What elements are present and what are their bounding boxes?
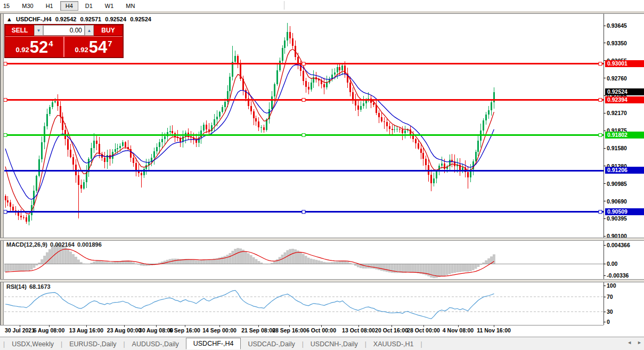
sell-button[interactable]: SELL <box>5 25 34 36</box>
tab-usdx-weekly[interactable]: USDX,Weekly <box>5 339 61 349</box>
macd-hist-bar <box>35 264 38 265</box>
timeframe-button-H1[interactable]: H1 <box>40 1 59 11</box>
macd-hist-bar <box>469 264 472 271</box>
timeframe-button-MN[interactable]: MN <box>120 1 140 11</box>
candle-bear <box>339 67 340 70</box>
lot-decrease-button[interactable]: ▼ <box>34 25 43 36</box>
macd-hist-bar <box>43 256 46 264</box>
macd-hist-bar <box>388 264 391 272</box>
candle-bull <box>274 84 275 96</box>
macd-hist-bar <box>273 262 276 264</box>
candle-bull <box>433 178 435 183</box>
macd-hist-bar <box>354 264 357 266</box>
hline-handle[interactable] <box>4 99 7 102</box>
hline-handle[interactable] <box>302 99 305 102</box>
x-axis-label: 21 Sep 08:00 <box>241 327 275 333</box>
hline-handle[interactable] <box>599 99 602 102</box>
hline-handle[interactable] <box>302 210 305 214</box>
macd-hist-bar <box>12 264 14 271</box>
candle-bull <box>279 61 281 70</box>
pane-splitter-macd[interactable] <box>0 238 644 241</box>
tab-usdcad-daily[interactable]: USDCAD-,Daily <box>241 339 301 349</box>
sell-price-display[interactable]: 0.92524 <box>5 37 63 57</box>
candle-bull <box>115 149 116 152</box>
buy-price-display[interactable]: 0.92547 <box>64 37 123 57</box>
macd-hist-bar <box>200 260 202 264</box>
macd-hist-bar <box>464 264 467 272</box>
tab-audusd-daily[interactable]: AUDUSD-,Daily <box>125 339 186 349</box>
y-axis-label-0.90985: 0.90985 <box>607 181 627 187</box>
candle-bear <box>125 142 126 147</box>
sell-price-small: 0.92 <box>15 46 29 54</box>
buy-button[interactable]: BUY <box>94 25 123 36</box>
macd-hist-bar <box>485 261 487 264</box>
lot-size-input[interactable] <box>43 25 85 36</box>
tab-eurusd-daily[interactable]: EURUSD-,Daily <box>62 339 123 349</box>
hline-handle[interactable] <box>4 62 7 66</box>
macd-hist-bar <box>372 264 375 269</box>
pane-splitter-rsi[interactable] <box>0 279 644 282</box>
macd-hist-bar <box>247 253 250 264</box>
candle-bear <box>430 175 432 183</box>
lot-increase-button[interactable]: ▲ <box>85 25 94 36</box>
timeframe-button-15[interactable]: 15 <box>0 1 15 11</box>
candle-bull <box>214 119 215 125</box>
macd-hist-bar <box>40 259 43 264</box>
candle-bull <box>117 148 118 149</box>
candle-bull <box>396 129 398 129</box>
y-axis-label-0.93350: 0.93350 <box>607 40 627 46</box>
rsi-axis-label-70: 70 <box>607 294 613 300</box>
hline-handle[interactable] <box>302 62 305 66</box>
tab-usdcnh-daily[interactable]: USDCNH-,Daily <box>304 339 365 349</box>
macd-hist-bar <box>310 259 313 264</box>
macd-hist-bar <box>221 257 224 264</box>
candle-bear <box>373 103 374 105</box>
tab-scroll-right-icon[interactable]: ► <box>637 340 642 345</box>
tab-usdchf-h4[interactable]: USDCHF-,H4 <box>186 338 241 349</box>
macd-hist-bar <box>383 264 386 271</box>
macd-pane[interactable] <box>4 244 604 278</box>
hline-handle[interactable] <box>599 62 602 66</box>
candle-bull <box>49 107 51 114</box>
candle-bull <box>161 139 163 142</box>
panel-collapse-arrow-icon[interactable]: ▲ <box>6 16 12 22</box>
macd-hist-bar <box>195 261 198 264</box>
tab-scroll-left-icon[interactable]: ◄ <box>627 340 632 345</box>
macd-hist-bar <box>291 249 294 264</box>
timeframe-button-D1[interactable]: D1 <box>80 1 98 11</box>
hline-handle[interactable] <box>302 134 305 137</box>
rsi-axis-label-100: 100 <box>607 282 616 289</box>
macd-hist-bar <box>129 262 132 264</box>
hline-handle[interactable] <box>599 134 602 137</box>
rsi-indicator-label: RSI(14)68.1673 <box>6 283 53 290</box>
macd-hist-bar <box>255 259 258 264</box>
macd-hist-bar <box>20 264 22 271</box>
timeframe-button-H4[interactable]: H4 <box>60 1 78 11</box>
macd-hist-bar <box>229 253 231 264</box>
hline-handle[interactable] <box>4 134 7 137</box>
hline-handle[interactable] <box>4 210 7 214</box>
macd-hist-bar <box>406 264 409 272</box>
candle-bull <box>441 164 443 166</box>
macd-hist-bar <box>103 262 106 264</box>
macd-hist-bar <box>237 248 239 264</box>
tab-xauusd-h1[interactable]: XAUUSD-,H1 <box>366 339 421 349</box>
toolbar-separator <box>284 1 284 10</box>
rsi-pane[interactable] <box>4 290 604 319</box>
buy-price-small: 0.92 <box>75 46 88 54</box>
macd-hist-bar <box>487 258 490 264</box>
hline-handle[interactable] <box>599 210 602 214</box>
macd-hist-bar <box>386 264 388 272</box>
indicator-line <box>5 290 494 319</box>
macd-hist-bar <box>226 255 229 264</box>
timeframe-button-M30[interactable]: M30 <box>17 1 38 11</box>
macd-hist-bar <box>461 264 464 272</box>
candle-bear <box>389 126 390 129</box>
y-axis-label-0.90690: 0.90690 <box>607 198 627 205</box>
macd-hist-bar <box>166 260 169 264</box>
macd-hist-bar <box>289 249 291 264</box>
candle-bull <box>224 102 226 107</box>
timeframe-button-W1[interactable]: W1 <box>100 1 119 11</box>
macd-hist-bar <box>61 246 64 264</box>
candle-bear <box>10 202 11 207</box>
